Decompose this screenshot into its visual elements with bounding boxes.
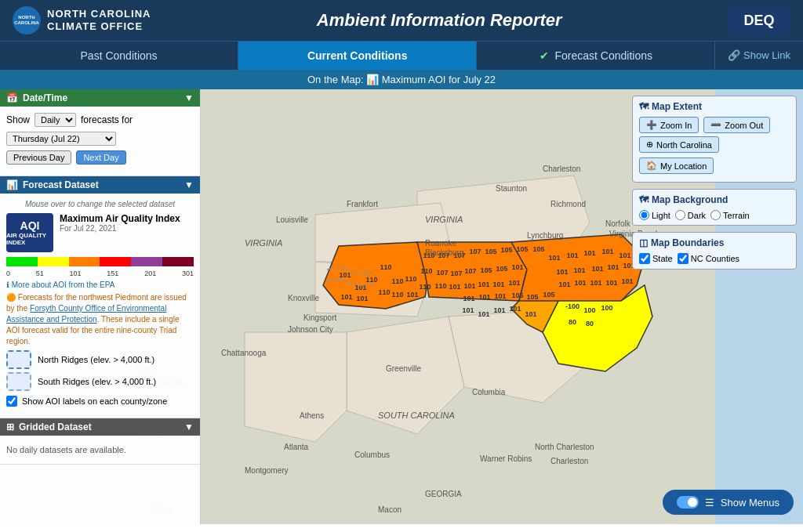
- scale-label-201: 201: [144, 270, 156, 277]
- bg-terrain-radio[interactable]: [710, 210, 721, 220]
- svg-text:107: 107: [469, 248, 481, 255]
- forecasts-for-label: forecasts for: [81, 114, 133, 125]
- zoom-in-button[interactable]: ➕ Zoom In: [639, 117, 699, 133]
- map-extent-section: 🗺 Map Extent ➕ Zoom In ➖ Zoom Out ⊕ Nort…: [632, 96, 797, 183]
- frequency-select[interactable]: Daily: [35, 113, 76, 127]
- climate-office-logo: NORTH CAROLINA: [13, 6, 41, 34]
- svg-text:101: 101: [621, 277, 633, 285]
- prev-day-button[interactable]: Previous Day: [6, 150, 71, 165]
- south-ridges-legend: South Ridges (elev. > 4,000 ft.): [6, 372, 194, 391]
- gridded-section-title: Gridded Dataset: [19, 422, 92, 432]
- show-labels-checkbox[interactable]: [6, 396, 17, 407]
- scale-label-301: 301: [182, 270, 194, 277]
- bg-light-label[interactable]: Light: [639, 210, 670, 220]
- tab-past-conditions[interactable]: Past Conditions: [0, 42, 238, 70]
- show-labels-label[interactable]: Show AOI labels on each county/zone: [22, 396, 167, 406]
- svg-text:Warner Robins: Warner Robins: [480, 454, 532, 463]
- forecast-expand-icon[interactable]: ▼: [184, 179, 194, 190]
- nc-icon: ⊕: [646, 139, 653, 150]
- aqi-scale-labels: 0 51 101 151 201 301: [6, 270, 194, 277]
- svg-text:101: 101: [493, 306, 505, 314]
- forecast-notice: 🟠 Forecasts for the northwest Piedmont a…: [6, 292, 194, 347]
- aqi-logo: AQI AIR QUALITY INDEX: [6, 213, 53, 252]
- svg-text:101: 101: [449, 283, 460, 291]
- svg-text:101: 101: [478, 310, 489, 318]
- nc-counties-checkbox[interactable]: [678, 253, 689, 264]
- svg-text:101: 101: [525, 310, 536, 318]
- svg-text:100: 100: [583, 306, 595, 314]
- bg-light-radio[interactable]: [639, 210, 649, 220]
- tab-forecast-conditions[interactable]: ✔ Forecast Conditions: [477, 42, 715, 70]
- map-extent-title: 🗺 Map Extent: [639, 101, 790, 112]
- svg-text:Knoxville: Knoxville: [288, 294, 319, 302]
- svg-text:110: 110: [391, 291, 403, 299]
- svg-text:GEORGIA: GEORGIA: [425, 490, 462, 498]
- scale-label-51: 51: [36, 270, 44, 277]
- zoom-out-button[interactable]: ➖ Zoom Out: [703, 117, 770, 133]
- state-boundary-label[interactable]: State: [639, 253, 673, 264]
- svg-text:Charleston: Charleston: [550, 457, 588, 465]
- zoom-buttons: ➕ Zoom In ➖ Zoom Out: [639, 117, 790, 133]
- nc-counties-boundary-label[interactable]: NC Counties: [678, 253, 739, 264]
- map-boundaries-title: ◫ Map Boundaries: [639, 237, 790, 248]
- svg-text:Montgomery: Montgomery: [245, 466, 289, 475]
- datetime-section: 📅 Date/Time ▼ Show Daily forecasts for T…: [0, 89, 200, 176]
- forecast-section-header[interactable]: 📊 Forecast Dataset ▼: [0, 176, 200, 194]
- chart-icon: 📊: [6, 179, 18, 190]
- svg-text:-100: -100: [565, 302, 580, 310]
- svg-text:105: 105: [526, 293, 538, 301]
- svg-text:101: 101: [492, 280, 504, 288]
- date-select-row: Thursday (Jul 22): [6, 132, 194, 146]
- my-location-button[interactable]: 🏠 My Location: [639, 157, 714, 174]
- gridded-expand-icon[interactable]: ▼: [184, 422, 194, 432]
- state-boundary-checkbox[interactable]: [639, 253, 650, 264]
- svg-text:100: 100: [601, 304, 612, 312]
- grid-icon: ⊞: [6, 422, 14, 432]
- gridded-section-header[interactable]: ⊞ Gridded Dataset ▼: [0, 418, 200, 436]
- bg-dark-radio[interactable]: [675, 210, 685, 220]
- svg-text:Frankfort: Frankfort: [347, 200, 378, 208]
- expand-icon[interactable]: ▼: [184, 92, 194, 103]
- datetime-section-header[interactable]: 📅 Date/Time ▼: [0, 89, 200, 107]
- background-icon: 🗺: [639, 194, 649, 205]
- scale-label-0: 0: [6, 270, 10, 277]
- show-link-button[interactable]: 🔗 Show Link: [715, 42, 803, 70]
- svg-text:101: 101: [478, 293, 490, 301]
- show-menus-button[interactable]: ☰ Show Menus: [663, 490, 794, 515]
- south-ridges-icon: [6, 372, 31, 391]
- next-day-button[interactable]: Next Day: [76, 150, 125, 165]
- svg-text:101: 101: [583, 249, 595, 257]
- svg-text:Blacksburg: Blacksburg: [425, 248, 463, 257]
- logo-area: NORTH CAROLINA NORTH CAROLINA CLIMATE OF…: [13, 6, 151, 34]
- svg-text:110: 110: [419, 283, 431, 291]
- north-ridges-label: North Ridges (elev. > 4,000 ft.): [38, 355, 154, 364]
- aqi-epa-link[interactable]: ℹ More about AOI from the EPA: [6, 280, 194, 289]
- svg-text:101: 101: [463, 282, 475, 290]
- right-panel: 🗺 Map Extent ➕ Zoom In ➖ Zoom Out ⊕ Nort…: [632, 96, 797, 276]
- bg-dark-label[interactable]: Dark: [675, 210, 706, 220]
- location-icon: 🏠: [646, 161, 657, 171]
- svg-text:101: 101: [508, 279, 520, 287]
- left-panel: 📅 Date/Time ▼ Show Daily forecasts for T…: [0, 89, 201, 524]
- tab-current-conditions[interactable]: Current Conditions: [238, 42, 477, 70]
- date-select[interactable]: Thursday (Jul 22): [6, 132, 116, 146]
- show-label: Show: [6, 114, 30, 125]
- logo-line1: NORTH CAROLINA: [47, 8, 151, 20]
- sub-bar: On the Map: 📊 Maximum AOI for July 22: [0, 70, 803, 89]
- svg-text:110: 110: [391, 277, 403, 285]
- svg-text:101: 101: [356, 295, 368, 302]
- svg-text:101: 101: [566, 252, 578, 259]
- scale-very-unhealthy: [131, 257, 162, 266]
- svg-text:110: 110: [434, 282, 446, 290]
- map-boundaries-section: ◫ Map Boundaries State NC Counties: [632, 232, 797, 270]
- forecast-section-title: Forecast Dataset: [23, 179, 99, 190]
- north-carolina-button[interactable]: ⊕ North Carolina: [639, 136, 719, 153]
- logo-text: NORTH CAROLINA CLIMATE OFFICE: [47, 8, 151, 32]
- zoom-in-icon: ➕: [646, 120, 657, 130]
- bg-terrain-label[interactable]: Terrain: [710, 210, 750, 220]
- svg-text:Greenville: Greenville: [386, 364, 421, 373]
- svg-text:110: 110: [380, 263, 391, 271]
- logo-line2: CLIMATE OFFICE: [47, 20, 151, 33]
- forsyth-link[interactable]: Forsyth County Office of Environmental A…: [6, 304, 166, 324]
- svg-text:Staunton: Staunton: [496, 184, 527, 193]
